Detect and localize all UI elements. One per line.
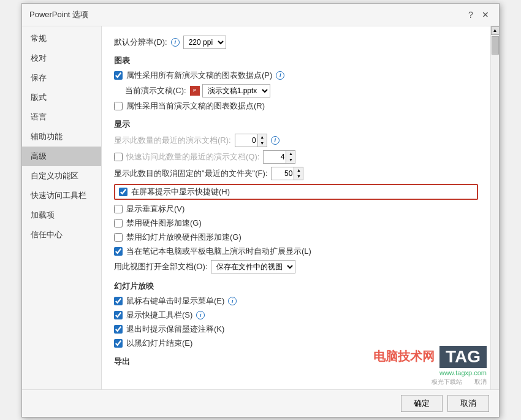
display-quick-arrows: ▲ ▼ bbox=[286, 151, 295, 163]
chart-adopt-all-checkbox[interactable] bbox=[114, 71, 123, 80]
display-slide-hardware-row: 禁用幻灯片放映硬件图形加速(G) bbox=[114, 232, 478, 243]
slideshow-black-row: 以黑幻灯片结束(E) bbox=[114, 338, 478, 349]
ok-button[interactable]: 确定 bbox=[401, 395, 443, 412]
sidebar-item-customize-ribbon[interactable]: 自定义功能区 bbox=[22, 166, 101, 186]
display-view-label: 用此视图打开全部文档(O): bbox=[114, 261, 207, 272]
chart-adopt-current-label: 属性采用当前演示文稿的图表数据点(R) bbox=[126, 101, 265, 112]
slideshow-toolbar-checkbox[interactable] bbox=[114, 311, 123, 319]
chart-file-dropdown-container: P 演示文稿1.pptx bbox=[190, 84, 270, 97]
display-recent-up[interactable]: ▲ bbox=[258, 134, 267, 140]
display-recent-info-icon: i bbox=[271, 136, 280, 145]
display-unpinned-arrows: ▲ ▼ bbox=[294, 167, 303, 180]
title-bar: PowerPoint 选项 ? ✕ bbox=[22, 4, 499, 26]
resolution-info-icon: i bbox=[171, 38, 180, 47]
help-button[interactable]: ? bbox=[465, 9, 477, 21]
display-unpinned-input[interactable] bbox=[272, 167, 294, 180]
display-slide-hardware-checkbox[interactable] bbox=[114, 233, 123, 242]
slideshow-right-click-checkbox[interactable] bbox=[114, 297, 123, 305]
display-slide-hardware-label: 禁用幻灯片放映硬件图形加速(G) bbox=[126, 232, 241, 243]
close-button[interactable]: ✕ bbox=[479, 9, 492, 21]
chart-adopt-current-row: 属性采用当前演示文稿的图表数据点(R) bbox=[114, 101, 478, 112]
scroll-thumb[interactable] bbox=[492, 36, 499, 55]
file-icon: P bbox=[190, 86, 200, 96]
display-quick-up[interactable]: ▲ bbox=[286, 151, 295, 157]
sidebar-item-advanced[interactable]: 高级 bbox=[22, 147, 101, 166]
display-quick-input[interactable] bbox=[264, 151, 286, 163]
slideshow-toolbar-info-icon: i bbox=[196, 311, 205, 319]
sidebar-item-language[interactable]: 语言 bbox=[22, 107, 101, 127]
display-ruler-row: 显示垂直标尺(V) bbox=[114, 204, 478, 215]
display-unpinned-spinner: ▲ ▼ bbox=[271, 167, 303, 180]
display-recent-row: 显示此数量的最近的演示文档(R): ▲ ▼ i bbox=[114, 134, 478, 147]
slideshow-toolbar-label: 显示快捷工具栏(S) bbox=[126, 310, 192, 321]
display-recent-down[interactable]: ▼ bbox=[258, 140, 267, 147]
sidebar: 常规 校对 保存 版式 语言 辅助功能 高级 自定义功能区 快速访问工具栏 加载… bbox=[22, 26, 102, 389]
main-content-area: 默认分辨率(D): i 220 ppi 150 ppi 96 ppi 图表 属性… bbox=[102, 26, 499, 389]
display-auto-expand-checkbox[interactable] bbox=[114, 247, 123, 256]
resolution-dropdown[interactable]: 220 ppi 150 ppi 96 ppi bbox=[183, 36, 226, 49]
section-chart-title: 图表 bbox=[114, 55, 478, 66]
display-shortcut-checkbox[interactable] bbox=[119, 188, 127, 196]
display-unpinned-label: 显示此数目的取消固定的"最近的文件夹"(F): bbox=[114, 168, 267, 179]
section-slideshow-title: 幻灯片放映 bbox=[114, 281, 478, 292]
display-unpinned-down[interactable]: ▼ bbox=[294, 174, 303, 180]
sidebar-item-general[interactable]: 常规 bbox=[22, 29, 101, 48]
display-view-row: 用此视图打开全部文档(O): 保存在文件中的视图 bbox=[114, 260, 478, 273]
slideshow-exit-row: 退出时提示保留墨迹注释(K) bbox=[114, 324, 478, 335]
scroll-up-button[interactable]: ▲ bbox=[491, 26, 500, 35]
chart-current-pres-row: 当前演示文稿(C): P 演示文稿1.pptx bbox=[125, 84, 478, 97]
display-shortcut-label: 在屏幕提示中显示快捷键(H) bbox=[131, 186, 230, 197]
dialog-footer: 确定 取消 bbox=[22, 389, 499, 417]
sidebar-item-trust-center[interactable]: 信任中心 bbox=[22, 225, 101, 245]
sidebar-item-quick-access[interactable]: 快速访问工具栏 bbox=[22, 186, 101, 205]
display-ruler-label: 显示垂直标尺(V) bbox=[126, 204, 184, 215]
dialog-title: PowerPoint 选项 bbox=[29, 9, 88, 20]
chart-current-pres-label: 当前演示文稿(C): bbox=[125, 85, 186, 96]
sidebar-item-save[interactable]: 保存 bbox=[22, 68, 101, 88]
display-view-dropdown[interactable]: 保存在文件中的视图 bbox=[211, 260, 295, 273]
display-recent-input[interactable] bbox=[235, 134, 257, 147]
display-unpinned-up[interactable]: ▲ bbox=[294, 167, 303, 174]
sidebar-item-addins[interactable]: 加载项 bbox=[22, 205, 101, 225]
display-recent-arrows: ▲ ▼ bbox=[257, 134, 267, 147]
chart-adopt-all-info-icon: i bbox=[276, 71, 284, 80]
slideshow-right-click-label: 鼠标右键单击时显示菜单(E) bbox=[126, 296, 224, 307]
chart-adopt-current-checkbox[interactable] bbox=[114, 102, 123, 110]
sidebar-item-accessibility[interactable]: 辅助功能 bbox=[22, 127, 101, 147]
display-quick-label: 快速访问此数量的最近的演示文档(Q): bbox=[126, 151, 259, 162]
scrollbar: ▲ bbox=[490, 26, 499, 389]
dialog-body: 常规 校对 保存 版式 语言 辅助功能 高级 自定义功能区 快速访问工具栏 加载… bbox=[22, 26, 499, 389]
slideshow-exit-checkbox[interactable] bbox=[114, 325, 123, 334]
section-export-title: 导出 bbox=[114, 356, 478, 367]
resolution-label: 默认分辨率(D): bbox=[114, 37, 167, 48]
slideshow-toolbar-row: 显示快捷工具栏(S) i bbox=[114, 310, 478, 321]
slideshow-black-checkbox[interactable] bbox=[114, 339, 123, 348]
display-unpinned-row: 显示此数目的取消固定的"最近的文件夹"(F): ▲ ▼ bbox=[114, 167, 478, 180]
slideshow-right-click-info-icon: i bbox=[228, 297, 237, 305]
display-recent-spinner: ▲ ▼ bbox=[235, 134, 267, 147]
sidebar-item-layout[interactable]: 版式 bbox=[22, 88, 101, 107]
chart-adopt-all-row: 属性采用所有新演示文稿的图表数据点(P) i bbox=[114, 70, 478, 81]
main-content: 默认分辨率(D): i 220 ppi 150 ppi 96 ppi 图表 属性… bbox=[102, 26, 490, 389]
title-bar-controls: ? ✕ bbox=[465, 9, 492, 21]
display-recent-label: 显示此数量的最近的演示文档(R): bbox=[114, 135, 231, 146]
display-hardware-checkbox[interactable] bbox=[114, 219, 123, 227]
resolution-row: 默认分辨率(D): i 220 ppi 150 ppi 96 ppi bbox=[114, 36, 478, 49]
display-quick-spinner: ▲ ▼ bbox=[263, 150, 295, 164]
display-hardware-row: 禁用硬件图形加速(G) bbox=[114, 218, 478, 229]
display-quick-down[interactable]: ▼ bbox=[286, 157, 295, 163]
chart-file-dropdown[interactable]: 演示文稿1.pptx bbox=[202, 84, 270, 97]
display-auto-expand-label: 当在笔记本电脑或平板电脑上演示时自动扩展显示(L) bbox=[126, 246, 311, 257]
display-shortcut-row: 在屏幕提示中显示快捷键(H) bbox=[114, 184, 478, 200]
display-hardware-label: 禁用硬件图形加速(G) bbox=[126, 218, 202, 229]
powerpoint-options-dialog: PowerPoint 选项 ? ✕ 常规 校对 保存 版式 语言 辅助功能 高级… bbox=[21, 3, 500, 418]
display-ruler-checkbox[interactable] bbox=[114, 205, 123, 213]
sidebar-item-proofing[interactable]: 校对 bbox=[22, 48, 101, 68]
slideshow-black-label: 以黑幻灯片结束(E) bbox=[126, 338, 192, 349]
section-display-title: 显示 bbox=[114, 119, 478, 130]
chart-adopt-all-label: 属性采用所有新演示文稿的图表数据点(P) bbox=[126, 70, 272, 81]
display-auto-expand-row: 当在笔记本电脑或平板电脑上演示时自动扩展显示(L) bbox=[114, 246, 478, 257]
display-quick-checkbox[interactable] bbox=[114, 153, 123, 161]
cancel-button[interactable]: 取消 bbox=[447, 395, 489, 412]
slideshow-right-click-row: 鼠标右键单击时显示菜单(E) i bbox=[114, 296, 478, 307]
